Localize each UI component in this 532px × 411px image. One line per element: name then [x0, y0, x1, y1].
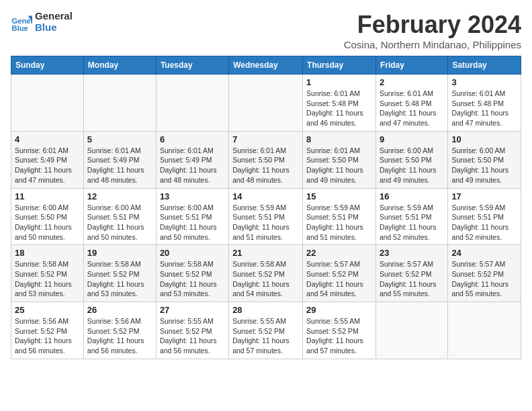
logo-line1: General — [35, 11, 73, 22]
calendar-cell: 12Sunrise: 6:00 AM Sunset: 5:51 PM Dayli… — [83, 188, 156, 245]
header-friday: Friday — [375, 56, 447, 75]
day-info: Sunrise: 5:56 AM Sunset: 5:52 PM Dayligh… — [87, 316, 152, 356]
calendar-cell: 17Sunrise: 5:59 AM Sunset: 5:51 PM Dayli… — [448, 188, 521, 245]
day-number: 5 — [87, 134, 152, 144]
day-info: Sunrise: 6:01 AM Sunset: 5:48 PM Dayligh… — [306, 89, 372, 128]
day-info: Sunrise: 6:01 AM Sunset: 5:49 PM Dayligh… — [15, 146, 80, 185]
calendar-cell: 4Sunrise: 6:01 AM Sunset: 5:49 PM Daylig… — [11, 131, 84, 188]
day-info: Sunrise: 6:00 AM Sunset: 5:50 PM Dayligh… — [380, 146, 444, 185]
day-number: 8 — [306, 134, 372, 144]
day-number: 13 — [160, 191, 225, 201]
day-number: 14 — [232, 191, 299, 201]
calendar-week-2: 4Sunrise: 6:01 AM Sunset: 5:49 PM Daylig… — [11, 131, 521, 188]
day-info: Sunrise: 6:00 AM Sunset: 5:51 PM Dayligh… — [87, 203, 152, 242]
calendar-cell: 18Sunrise: 5:58 AM Sunset: 5:52 PM Dayli… — [11, 245, 84, 302]
day-number: 18 — [15, 248, 80, 258]
day-info: Sunrise: 6:01 AM Sunset: 5:49 PM Dayligh… — [87, 146, 152, 185]
calendar-cell: 19Sunrise: 5:58 AM Sunset: 5:52 PM Dayli… — [83, 245, 156, 302]
day-info: Sunrise: 5:56 AM Sunset: 5:52 PM Dayligh… — [15, 316, 80, 356]
calendar-cell — [229, 75, 303, 132]
header-sunday: Sunday — [11, 56, 84, 75]
calendar-cell: 14Sunrise: 5:59 AM Sunset: 5:51 PM Dayli… — [229, 188, 303, 245]
day-number: 4 — [15, 134, 80, 144]
calendar-week-3: 11Sunrise: 6:00 AM Sunset: 5:50 PM Dayli… — [11, 188, 521, 245]
day-number: 19 — [87, 248, 152, 258]
day-number: 24 — [451, 248, 517, 258]
day-number: 25 — [15, 305, 80, 315]
calendar-cell: 22Sunrise: 5:57 AM Sunset: 5:52 PM Dayli… — [303, 245, 376, 302]
day-number: 21 — [232, 248, 299, 258]
calendar-cell: 6Sunrise: 6:01 AM Sunset: 5:49 PM Daylig… — [156, 131, 228, 188]
day-number: 26 — [87, 305, 152, 315]
calendar-cell: 11Sunrise: 6:00 AM Sunset: 5:50 PM Dayli… — [11, 188, 84, 245]
day-info: Sunrise: 6:01 AM Sunset: 5:50 PM Dayligh… — [306, 146, 372, 185]
calendar-cell: 27Sunrise: 5:55 AM Sunset: 5:52 PM Dayli… — [156, 302, 228, 359]
calendar-cell: 29Sunrise: 5:55 AM Sunset: 5:52 PM Dayli… — [303, 302, 376, 359]
calendar-week-1: 1Sunrise: 6:01 AM Sunset: 5:48 PM Daylig… — [11, 75, 521, 132]
header-thursday: Thursday — [303, 56, 376, 75]
day-info: Sunrise: 5:55 AM Sunset: 5:52 PM Dayligh… — [306, 316, 372, 356]
calendar-cell: 3Sunrise: 6:01 AM Sunset: 5:48 PM Daylig… — [448, 75, 521, 132]
calendar-cell: 1Sunrise: 6:01 AM Sunset: 5:48 PM Daylig… — [303, 75, 376, 132]
day-info: Sunrise: 5:58 AM Sunset: 5:52 PM Dayligh… — [15, 259, 80, 299]
calendar-cell: 26Sunrise: 5:56 AM Sunset: 5:52 PM Dayli… — [83, 302, 156, 359]
day-number: 16 — [380, 191, 444, 201]
day-info: Sunrise: 6:00 AM Sunset: 5:51 PM Dayligh… — [160, 203, 225, 242]
day-info: Sunrise: 5:59 AM Sunset: 5:51 PM Dayligh… — [232, 203, 299, 242]
day-info: Sunrise: 6:01 AM Sunset: 5:49 PM Dayligh… — [160, 146, 225, 185]
day-info: Sunrise: 5:58 AM Sunset: 5:52 PM Dayligh… — [232, 259, 299, 299]
title-block: February 2024 Cosina, Northern Mindanao,… — [344, 11, 521, 50]
day-info: Sunrise: 5:55 AM Sunset: 5:52 PM Dayligh… — [232, 316, 299, 356]
day-info: Sunrise: 6:01 AM Sunset: 5:48 PM Dayligh… — [380, 89, 444, 128]
day-number: 9 — [380, 134, 444, 144]
day-info: Sunrise: 5:59 AM Sunset: 5:51 PM Dayligh… — [451, 203, 517, 242]
day-number: 15 — [306, 191, 372, 201]
day-info: Sunrise: 5:57 AM Sunset: 5:52 PM Dayligh… — [380, 259, 444, 299]
header-monday: Monday — [83, 56, 156, 75]
calendar-cell — [448, 302, 521, 359]
day-number: 12 — [87, 191, 152, 201]
calendar-cell: 5Sunrise: 6:01 AM Sunset: 5:49 PM Daylig… — [83, 131, 156, 188]
day-number: 20 — [160, 248, 225, 258]
day-number: 29 — [306, 305, 372, 315]
calendar-week-5: 25Sunrise: 5:56 AM Sunset: 5:52 PM Dayli… — [11, 302, 521, 359]
day-number: 1 — [306, 77, 372, 87]
page-header: General Blue General Blue February 2024 … — [11, 11, 521, 50]
day-number: 3 — [451, 77, 517, 87]
day-info: Sunrise: 5:58 AM Sunset: 5:52 PM Dayligh… — [160, 259, 225, 299]
calendar-cell: 8Sunrise: 6:01 AM Sunset: 5:50 PM Daylig… — [303, 131, 376, 188]
calendar-cell — [375, 302, 447, 359]
logo-line2: Blue — [35, 22, 73, 34]
calendar-cell: 28Sunrise: 5:55 AM Sunset: 5:52 PM Dayli… — [229, 302, 303, 359]
calendar-cell — [11, 75, 84, 132]
day-info: Sunrise: 6:01 AM Sunset: 5:48 PM Dayligh… — [451, 89, 517, 128]
calendar-cell: 13Sunrise: 6:00 AM Sunset: 5:51 PM Dayli… — [156, 188, 228, 245]
calendar-cell — [156, 75, 228, 132]
day-number: 17 — [451, 191, 517, 201]
calendar-cell: 16Sunrise: 5:59 AM Sunset: 5:51 PM Dayli… — [375, 188, 447, 245]
day-info: Sunrise: 5:59 AM Sunset: 5:51 PM Dayligh… — [380, 203, 444, 242]
calendar-week-4: 18Sunrise: 5:58 AM Sunset: 5:52 PM Dayli… — [11, 245, 521, 302]
calendar-cell: 2Sunrise: 6:01 AM Sunset: 5:48 PM Daylig… — [375, 75, 447, 132]
day-number: 7 — [232, 134, 299, 144]
calendar-cell: 24Sunrise: 5:57 AM Sunset: 5:52 PM Dayli… — [448, 245, 521, 302]
day-info: Sunrise: 6:01 AM Sunset: 5:50 PM Dayligh… — [232, 146, 299, 185]
day-number: 28 — [232, 305, 299, 315]
day-number: 10 — [451, 134, 517, 144]
day-number: 22 — [306, 248, 372, 258]
day-info: Sunrise: 5:57 AM Sunset: 5:52 PM Dayligh… — [306, 259, 372, 299]
header-tuesday: Tuesday — [156, 56, 228, 75]
location-subtitle: Cosina, Northern Mindanao, Philippines — [344, 39, 521, 50]
svg-text:Blue: Blue — [12, 24, 28, 32]
day-number: 27 — [160, 305, 225, 315]
weekday-header-row: SundayMondayTuesdayWednesdayThursdayFrid… — [11, 56, 521, 75]
logo-icon: General Blue — [11, 11, 32, 33]
calendar-cell: 21Sunrise: 5:58 AM Sunset: 5:52 PM Dayli… — [229, 245, 303, 302]
svg-text:General: General — [12, 16, 32, 24]
day-info: Sunrise: 5:58 AM Sunset: 5:52 PM Dayligh… — [87, 259, 152, 299]
calendar-cell: 15Sunrise: 5:59 AM Sunset: 5:51 PM Dayli… — [303, 188, 376, 245]
calendar-cell: 25Sunrise: 5:56 AM Sunset: 5:52 PM Dayli… — [11, 302, 84, 359]
header-wednesday: Wednesday — [229, 56, 303, 75]
calendar-cell: 10Sunrise: 6:00 AM Sunset: 5:50 PM Dayli… — [448, 131, 521, 188]
calendar-cell: 7Sunrise: 6:01 AM Sunset: 5:50 PM Daylig… — [229, 131, 303, 188]
